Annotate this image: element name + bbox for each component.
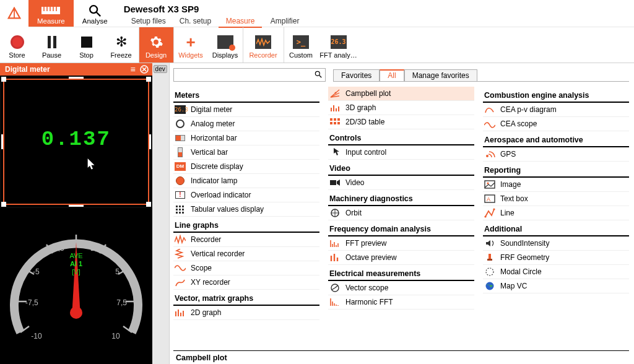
item-fft-preview[interactable]: FFT preview — [328, 236, 474, 251]
pause-button[interactable]: Pause — [35, 27, 69, 63]
svg-point-32 — [315, 71, 319, 76]
item-indicator-lamp[interactable]: Indicator lamp — [173, 174, 319, 188]
tab-amplifier[interactable]: Amplifier — [263, 14, 306, 28]
svg-point-28 — [70, 306, 82, 319]
item-vector-scope[interactable]: Vector scope — [328, 281, 474, 295]
item-modal-circle[interactable]: Modal Circle — [483, 265, 629, 279]
search-box[interactable] — [173, 68, 326, 82]
item-campbell-plot[interactable]: Campbell plot — [328, 87, 474, 101]
item-input-control[interactable]: Input control — [328, 145, 474, 160]
item-cea-pv[interactable]: CEA p-v diagram — [483, 103, 629, 117]
item-vertical-recorder[interactable]: Vertical recorder — [173, 247, 319, 261]
item-vertical-bar[interactable]: Vertical bar — [173, 145, 319, 160]
custom-label: Custom — [289, 51, 313, 59]
palette-col-2: Campbell plot 3D graph 2D/3D table Contr… — [328, 87, 474, 348]
item-map-vc[interactable]: Map VC — [483, 279, 629, 293]
palette-col-3: Combustion engine analysis CEA p-v diagr… — [483, 87, 629, 348]
svg-text:A: A — [487, 196, 490, 202]
svg-point-6 — [90, 6, 97, 13]
displays-button[interactable]: Displays — [208, 27, 243, 63]
item-sound-intensity[interactable]: SoundIntensity — [483, 236, 629, 251]
item-scope[interactable]: Scope — [173, 261, 319, 275]
item-video[interactable]: Video — [328, 176, 474, 190]
snowflake-icon: ✻ — [116, 33, 127, 51]
item-xy-recorder[interactable]: XY recorder — [173, 275, 319, 290]
top-analyse-label: Analyse — [82, 17, 108, 25]
plus-icon: + — [186, 33, 195, 51]
cat-controls: Controls — [328, 132, 474, 145]
item-discrete-display[interactable]: DMDiscrete display — [173, 160, 319, 174]
widget-close-icon[interactable] — [139, 64, 150, 74]
svg-text:-7,5: -7,5 — [25, 298, 38, 307]
svg-text:-5: -5 — [33, 267, 40, 276]
tab-all[interactable]: All — [380, 69, 404, 81]
item-octave-preview[interactable]: Octave preview — [328, 251, 474, 265]
svg-rect-48 — [337, 118, 340, 121]
item-orbit[interactable]: Orbit — [328, 206, 474, 220]
svg-text:AVE: AVE — [69, 252, 82, 259]
svg-marker-53 — [337, 180, 340, 186]
item-recorder[interactable]: Recorder — [173, 233, 319, 247]
item-cea-scope[interactable]: CEA scope — [483, 117, 629, 131]
gauge-tick-max: 10 — [111, 332, 120, 340]
cat-combustion: Combustion engine analysis — [483, 89, 629, 103]
svg-point-75 — [487, 182, 489, 184]
store-label: Store — [9, 51, 25, 59]
status-selected: Campbell plot — [176, 353, 227, 362]
recorder-icon — [255, 33, 271, 51]
item-horizontal-bar[interactable]: Horizontal bar — [173, 131, 319, 145]
svg-point-78 — [484, 215, 486, 217]
item-image[interactable]: Image — [483, 178, 629, 192]
store-button[interactable]: Store — [0, 27, 35, 63]
tab-ch-setup[interactable]: Ch. setup — [173, 14, 217, 28]
displays-label: Displays — [212, 51, 238, 59]
tab-setup-files[interactable]: Setup files — [125, 14, 172, 28]
item-line[interactable]: Line — [483, 206, 629, 220]
widgets-button[interactable]: + Widgets — [173, 27, 208, 63]
tab-favorites[interactable]: Favorites — [333, 69, 380, 81]
freeze-label: Freeze — [110, 51, 131, 59]
digital-meter-widget[interactable]: 0.137 — [1, 77, 151, 207]
cat-aerospace: Aerospace and automotive — [483, 134, 629, 147]
search-icon[interactable] — [314, 70, 323, 80]
top-measure-button[interactable]: Measure — [28, 0, 74, 27]
fft-icon: 26.3 — [331, 33, 347, 51]
stop-label: Stop — [79, 51, 93, 59]
svg-rect-50 — [334, 122, 336, 124]
freeze-button[interactable]: ✻ Freeze — [104, 27, 139, 63]
item-2d3d-table[interactable]: 2D/3D table — [328, 115, 474, 129]
item-3d-graph[interactable]: 3D graph — [328, 101, 474, 115]
tab-measure[interactable]: Measure — [219, 14, 262, 28]
item-harmonic-fft[interactable]: Harmonic FFT — [328, 295, 474, 310]
fft-analy-button[interactable]: 26.3 FFT analy… — [318, 27, 359, 63]
svg-point-73 — [486, 155, 489, 157]
item-2d-graph[interactable]: 2D graph — [173, 306, 319, 320]
svg-line-33 — [319, 75, 322, 77]
gauge-tick-min: -10 — [31, 332, 42, 340]
widgets-label: Widgets — [178, 51, 203, 59]
recorder-button[interactable]: Recorder — [243, 27, 284, 63]
search-input[interactable] — [176, 69, 314, 80]
cat-electrical: Electrical measurements — [328, 267, 474, 281]
design-button[interactable]: Design — [139, 27, 173, 63]
top-analyse-button[interactable]: Analyse — [74, 0, 116, 27]
stop-icon — [81, 33, 92, 51]
item-frf-geometry[interactable]: FRF Geometry — [483, 251, 629, 265]
item-analog-meter[interactable]: Analog meter — [173, 117, 319, 131]
widget-titlebar[interactable]: Digital meter ≡ — [0, 63, 152, 76]
dev-chip[interactable]: dev — [154, 65, 167, 73]
svg-line-66 — [335, 285, 338, 288]
svg-text:7,5: 7,5 — [116, 298, 127, 307]
side-strip: dev — [152, 63, 170, 364]
item-overload-indicator[interactable]: Overload indicator — [173, 188, 319, 202]
item-digital-meter[interactable]: 26.3Digital meter — [173, 103, 319, 117]
item-text-box[interactable]: AText box — [483, 192, 629, 206]
widget-menu-icon[interactable]: ≡ — [128, 64, 139, 74]
item-gps[interactable]: GPS — [483, 147, 629, 162]
item-tabular-values[interactable]: Tabular values display — [173, 202, 319, 217]
custom-button[interactable]: >_ Custom — [284, 27, 318, 63]
stop-button[interactable]: Stop — [69, 27, 104, 63]
digital-meter-value: 0.137 — [41, 128, 111, 151]
tab-manage-favorites[interactable]: Manage favorites — [404, 69, 477, 81]
analog-gauge-widget[interactable]: -10 -7,5 -5 -2,5 0 2,5 5 7,5 10 AVE AI 1… — [0, 208, 152, 364]
